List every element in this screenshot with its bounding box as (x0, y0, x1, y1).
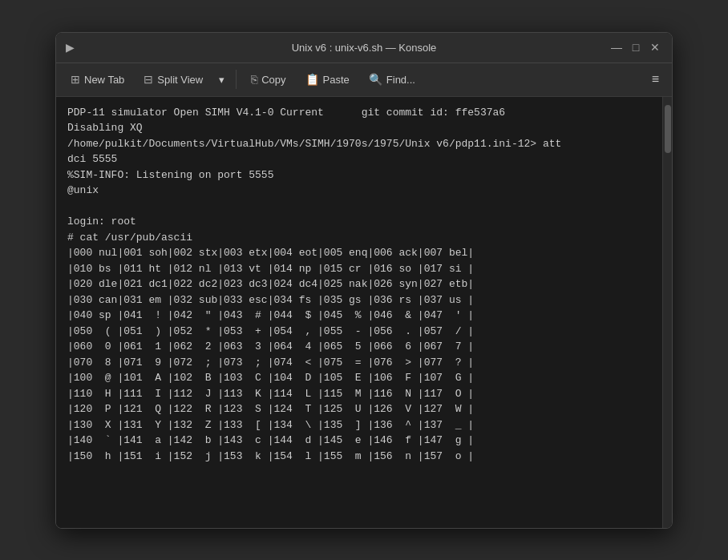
maximize-button[interactable]: □ (629, 40, 643, 54)
paste-icon: 📋 (305, 73, 319, 86)
terminal-output[interactable]: PDP-11 simulator Open SIMH V4.1-0 Curren… (56, 97, 662, 528)
terminal-area: PDP-11 simulator Open SIMH V4.1-0 Curren… (56, 97, 672, 528)
menu-button[interactable]: ≡ (645, 69, 665, 90)
minimize-button[interactable]: — (609, 40, 624, 54)
titlebar: ▶ Unix v6 : unix-v6.sh — Konsole — □ ✕ (56, 33, 672, 63)
copy-label: Copy (261, 74, 285, 86)
paste-label: Paste (323, 74, 350, 86)
split-view-dropdown[interactable]: ▾ (214, 71, 229, 89)
find-label: Find... (386, 74, 415, 86)
new-tab-button[interactable]: ⊞ New Tab (63, 70, 132, 89)
split-view-button[interactable]: ⊟ Split View (135, 70, 211, 89)
find-icon: 🔍 (369, 73, 382, 86)
window-title: Unix v6 : unix-v6.sh — Konsole (292, 42, 437, 54)
new-tab-icon: ⊞ (71, 73, 80, 86)
split-view-icon: ⊟ (144, 73, 153, 86)
split-view-label: Split View (157, 74, 203, 86)
find-button[interactable]: 🔍 Find... (361, 70, 423, 89)
new-tab-label: New Tab (84, 74, 124, 86)
toolbar-divider-1 (236, 70, 237, 89)
dropdown-arrow-icon: ▾ (219, 74, 224, 86)
scrollbar[interactable] (662, 97, 672, 528)
toolbar: ⊞ New Tab ⊟ Split View ▾ ⎘ Copy 📋 Paste … (56, 63, 672, 97)
window-controls: — □ ✕ (609, 40, 662, 54)
paste-button[interactable]: 📋 Paste (297, 70, 358, 89)
terminal-icon: ▶ (66, 41, 75, 54)
konsole-window: ▶ Unix v6 : unix-v6.sh — Konsole — □ ✕ ⊞… (55, 32, 673, 529)
scrollbar-thumb[interactable] (665, 105, 671, 153)
close-button[interactable]: ✕ (648, 40, 662, 54)
titlebar-left: ▶ (66, 41, 75, 54)
copy-button[interactable]: ⎘ Copy (243, 70, 293, 89)
copy-icon: ⎘ (251, 73, 257, 86)
